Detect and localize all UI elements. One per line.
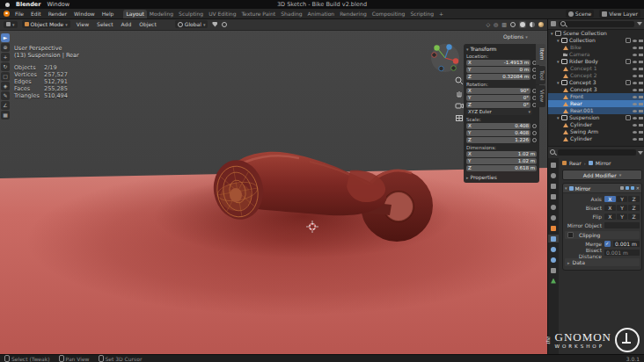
outliner-row-collection[interactable]: ▾Collection: [548, 37, 644, 44]
disable-render-icon[interactable]: [639, 61, 643, 63]
breadcrumb-modifier[interactable]: Mirror: [596, 160, 611, 166]
outliner-row-concept-3[interactable]: Concept 3: [548, 86, 644, 93]
pan-hand-icon[interactable]: [455, 89, 464, 98]
filter-icon[interactable]: [637, 22, 642, 25]
collapse-arrow-icon[interactable]: ▾: [466, 47, 469, 52]
flip-x-toggle[interactable]: X: [604, 214, 616, 220]
tab-constraints[interactable]: [548, 266, 559, 274]
dimensions-y-field[interactable]: Y1.02 m: [466, 158, 537, 164]
rotation-mode-dropdown[interactable]: XYZ Euler▾: [466, 109, 532, 115]
tab-texture-paint[interactable]: Texture Paint: [238, 10, 278, 18]
modifier-header[interactable]: ▾ Mirror ✕: [563, 184, 641, 193]
filter-icon[interactable]: [638, 151, 643, 155]
location-z-field[interactable]: Z0.32084 m: [466, 74, 531, 80]
disable-render-icon[interactable]: [639, 89, 643, 91]
disable-render-icon[interactable]: [639, 131, 643, 134]
hide-eye-icon[interactable]: [633, 110, 637, 112]
scene-selector[interactable]: Scene: [566, 10, 594, 18]
tab-physics[interactable]: [548, 256, 559, 264]
data-section-header[interactable]: ▸ Data: [565, 258, 640, 266]
merge-value-field[interactable]: 0.001 m: [613, 241, 640, 247]
bisect-z-toggle[interactable]: Z: [628, 205, 640, 211]
tab-tool[interactable]: [548, 161, 559, 169]
outliner-row-cylinder[interactable]: Cylinder: [548, 121, 644, 128]
outliner-row-front[interactable]: Front: [548, 93, 644, 100]
clipping-checkbox[interactable]: [567, 232, 574, 238]
tool-transform[interactable]: ◈: [1, 82, 10, 90]
hide-eye-icon[interactable]: [633, 117, 637, 119]
axis-x-toggle[interactable]: X: [604, 196, 616, 202]
properties-collapsed-panel[interactable]: ▸Properties: [466, 174, 537, 180]
outliner-row-rear-001[interactable]: Rear.001: [548, 107, 644, 114]
apple-icon[interactable]: [5, 3, 10, 7]
flip-z-toggle[interactable]: Z: [628, 214, 640, 220]
disable-render-icon[interactable]: [639, 110, 643, 112]
disable-render-icon[interactable]: [639, 117, 643, 119]
lock-icon[interactable]: [532, 124, 537, 128]
shading-wireframe-icon[interactable]: [510, 22, 516, 27]
search-icon[interactable]: [550, 149, 556, 156]
outliner-row-rear[interactable]: Rear: [548, 100, 644, 107]
tool-cursor[interactable]: ⊕: [1, 43, 10, 52]
tab-object-data[interactable]: [548, 277, 559, 285]
window-menu[interactable]: Window: [48, 1, 70, 8]
exclude-checkbox[interactable]: [626, 80, 631, 85]
breadcrumb-object[interactable]: Rear: [569, 160, 582, 166]
disable-render-icon[interactable]: [639, 82, 643, 84]
view-layer-selector[interactable]: View Layer: [599, 10, 640, 18]
disable-render-icon[interactable]: [639, 68, 643, 70]
sidebar-tab-item[interactable]: Item: [536, 44, 545, 65]
mirror-object-field[interactable]: [604, 222, 640, 228]
exclude-checkbox[interactable]: [626, 59, 631, 64]
tool-scale[interactable]: ▢: [1, 72, 10, 81]
sidebar-tab-view[interactable]: View: [536, 85, 545, 106]
hide-eye-icon[interactable]: [633, 103, 637, 105]
properties-search-field[interactable]: [558, 149, 636, 156]
tab-animation[interactable]: Animation: [305, 10, 338, 18]
outliner-editor-icon[interactable]: [551, 21, 556, 26]
lock-icon[interactable]: [532, 131, 537, 135]
realtime-toggle[interactable]: [626, 186, 629, 190]
menu-file[interactable]: File: [13, 11, 26, 17]
hide-eye-icon[interactable]: [633, 96, 637, 98]
bisect-distance-field[interactable]: 0.001 m: [604, 250, 640, 256]
outliner-row-concept-1[interactable]: Concept 1: [548, 65, 644, 72]
navigation-gizmo[interactable]: [430, 43, 460, 73]
tab-sculpting[interactable]: Sculpting: [176, 10, 206, 18]
close-icon[interactable]: ✕: [636, 185, 640, 191]
tool-move[interactable]: +: [1, 53, 10, 62]
proportional-editing-icon[interactable]: [222, 22, 227, 27]
collapse-arrow-icon[interactable]: ▾: [565, 185, 567, 191]
disable-render-icon[interactable]: [639, 75, 643, 77]
perspective-toggle-icon[interactable]: [455, 113, 464, 122]
outliner-row-camera[interactable]: Camera: [548, 51, 644, 58]
tab-output[interactable]: [548, 182, 559, 190]
disable-render-icon[interactable]: [639, 103, 643, 105]
toggle-xray-icon[interactable]: ▥: [501, 21, 507, 27]
dimensions-z-field[interactable]: Z0.618 m: [466, 165, 537, 171]
tool-rotate[interactable]: ↻: [1, 62, 10, 71]
axis-z-toggle[interactable]: Z: [628, 196, 640, 202]
disable-render-icon[interactable]: [639, 96, 643, 98]
blender-logo-icon[interactable]: [4, 11, 10, 17]
hide-eye-icon[interactable]: [633, 54, 637, 56]
tab-modifiers[interactable]: [548, 235, 559, 243]
tool-add-primitive[interactable]: ▦: [1, 111, 10, 119]
tool-annotate[interactable]: ✎: [1, 91, 10, 100]
add-workspace-button[interactable]: +: [436, 10, 446, 18]
disable-render-icon[interactable]: [639, 138, 643, 141]
hide-eye-icon[interactable]: [633, 40, 637, 42]
disable-render-icon[interactable]: [639, 124, 643, 127]
outliner-row-rider-body[interactable]: ▾Rider Body: [548, 58, 644, 65]
hide-eye-icon[interactable]: [633, 124, 637, 127]
mode-dropdown[interactable]: Object Mode▾: [22, 20, 70, 28]
edit-mode-toggle[interactable]: [620, 186, 624, 190]
menu-object[interactable]: Object: [137, 21, 158, 27]
hide-eye-icon[interactable]: [633, 68, 637, 70]
shading-material-icon[interactable]: [530, 22, 535, 27]
scale-z-field[interactable]: Z1.226: [466, 137, 531, 143]
scale-x-field[interactable]: X0.408: [466, 123, 531, 129]
outliner-row-cylinder-2[interactable]: Cylinder: [548, 135, 644, 142]
options-dropdown[interactable]: Options▾: [503, 33, 528, 40]
lock-icon[interactable]: [532, 138, 537, 142]
